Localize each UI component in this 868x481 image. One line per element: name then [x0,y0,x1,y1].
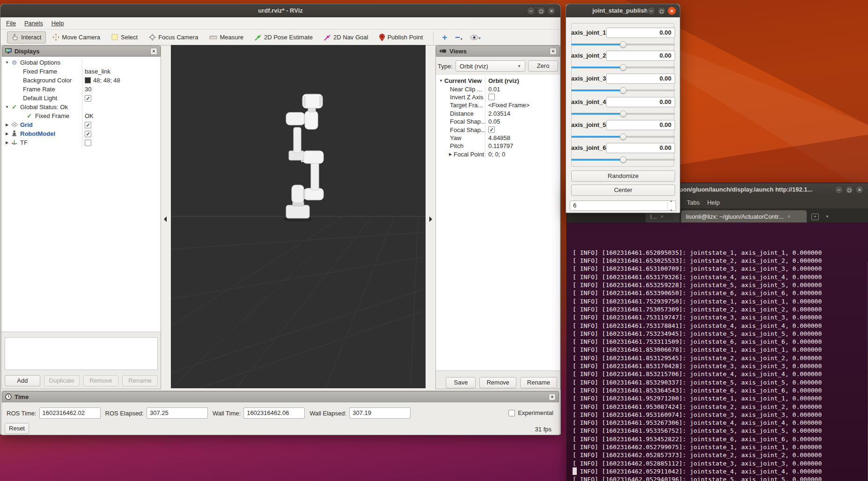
tree-row-status-fixed-frame[interactable]: ✓Fixed Frame OK [2,111,161,120]
expander-closed-icon[interactable]: ▶ [4,123,10,127]
tree-row-focal-shape-fixed[interactable]: Focal Shap... [436,126,560,133]
color-swatch[interactable] [85,77,91,83]
maximize-icon[interactable] [845,185,853,194]
row-value[interactable]: 0.01 [488,86,500,93]
row-value[interactable]: 2.03514 [488,110,510,117]
row-value[interactable]: 30 [85,86,91,93]
checkbox-unchecked[interactable] [488,94,495,100]
joint-count-spinner[interactable]: 6 ▲▼ [570,200,676,211]
rename-button[interactable]: Rename [122,375,158,386]
menu-tabs[interactable]: Tabs [687,199,699,206]
tree-row-default-light[interactable]: Default Light [2,94,161,103]
wall-elapsed-input[interactable]: 307.19 [349,407,411,419]
tree-row-tf[interactable]: ▶ TF [2,138,161,147]
close-icon[interactable] [547,7,556,15]
tree-row-background-color[interactable]: Background Color 48; 48; 48 [2,76,161,85]
close-icon[interactable] [550,48,557,55]
view-type-dropdown[interactable]: Orbit (rviz) ▼ [456,60,525,72]
add-button[interactable]: Add [5,375,40,386]
checkbox-checked[interactable] [85,131,91,137]
move-camera-tool-button[interactable]: Move Camera [48,31,105,44]
tree-row-frame-rate[interactable]: Frame Rate 30 [2,85,161,94]
row-value[interactable]: 0.119797 [488,142,513,149]
focus-camera-tool-button[interactable]: Focus Camera [144,31,203,44]
save-button[interactable]: Save [446,377,476,388]
close-icon[interactable] [549,393,556,400]
rename-button[interactable]: Rename [520,377,557,388]
joint-slider[interactable] [571,156,675,163]
add-tool-button[interactable]: + [439,32,450,43]
ros-elapsed-input[interactable]: 307.25 [147,407,208,419]
close-icon[interactable] [668,7,676,15]
menu-file[interactable]: File [6,20,16,27]
duplicate-button[interactable]: Duplicate [44,375,80,386]
right-panel-collapse-strip[interactable] [426,45,435,388]
menu-help[interactable]: Help [51,20,64,27]
zero-button[interactable]: Zero [528,60,558,72]
tree-row-robotmodel[interactable]: ▶ RobotModel [2,129,161,138]
menu-panels[interactable]: Panels [24,20,43,27]
joint-value-input[interactable]: 0.00 [606,120,675,130]
tree-row-grid[interactable]: ▶ Grid [2,120,161,129]
row-value[interactable]: base_link [85,68,110,75]
views-panel-header[interactable]: Views [436,45,560,57]
row-value[interactable]: 48; 48; 48 [93,77,120,84]
minimize-icon[interactable] [835,185,843,194]
row-value[interactable]: 0; 0; 0 [488,151,505,158]
select-tool-button[interactable]: Select [107,31,142,44]
interact-tool-button[interactable]: Interact [7,31,46,44]
expander-open-icon[interactable]: ▼ [4,105,10,109]
close-icon[interactable] [150,48,157,55]
row-value[interactable]: 4.84858 [488,134,510,141]
left-panel-collapse-strip[interactable] [161,45,171,388]
close-icon[interactable] [855,185,864,194]
expander-open-icon[interactable]: ▼ [438,79,444,83]
checkbox-checked[interactable] [85,95,91,102]
tree-row-pitch[interactable]: Pitch 0.119797 [436,142,560,150]
joint-value-input[interactable]: 0.00 [606,28,675,38]
3d-viewport[interactable] [171,45,426,388]
tree-row-yaw[interactable]: Yaw 4.84858 [436,134,560,142]
joint-value-input[interactable]: 0.00 [606,97,675,107]
joint-slider[interactable] [571,133,675,140]
joint-slider[interactable] [571,41,675,48]
slider-handle[interactable] [620,156,626,163]
row-value[interactable]: 0.05 [488,118,500,125]
tree-row-fixed-frame[interactable]: Fixed Frame base_link [2,67,161,76]
expander-open-icon[interactable]: ▼ [4,60,10,65]
joint-value-input[interactable]: 0.00 [606,51,675,61]
maximize-icon[interactable] [657,7,666,15]
row-value[interactable]: <Fixed Frame> [488,102,530,109]
slider-handle[interactable] [620,133,626,140]
remove-tool-button[interactable]: −▾ [452,32,465,43]
randomize-button[interactable]: Randomize [571,170,675,182]
tab-close-icon[interactable]: × [661,214,663,219]
slider-handle[interactable] [620,41,626,48]
tree-row-current-view[interactable]: ▼Current View Orbit (rviz) [436,77,560,85]
joint-slider[interactable] [571,87,675,94]
expander-closed-icon[interactable]: ▶ [4,132,10,136]
slider-handle[interactable] [620,64,626,71]
nav-goal-tool-button[interactable]: 2D Nav Goal [319,31,373,44]
rviz-titlebar[interactable]: urdf.rviz* - RViz [0,4,560,17]
tree-row-focal-point[interactable]: ▶Focal Point 0; 0; 0 [436,150,560,158]
tree-row-near-clip[interactable]: Near Clip ... 0.01 [436,85,560,93]
remove-button[interactable]: Remove [479,377,516,388]
joint-value-input[interactable]: 0.00 [606,74,675,84]
measure-tool-button[interactable]: Measure [205,31,248,44]
expander-closed-icon[interactable]: ▶ [447,152,454,156]
slider-handle[interactable] [620,111,626,117]
tab-close-icon[interactable]: × [787,214,790,219]
checkbox-checked[interactable] [85,122,91,128]
maximize-icon[interactable] [537,7,545,15]
joint-slider[interactable] [571,64,675,71]
tab-list-chevron-icon[interactable]: ▼ [825,215,829,219]
slider-handle[interactable] [620,87,626,94]
checkbox-checked[interactable] [488,126,495,133]
center-button[interactable]: Center [571,185,675,196]
experimental-checkbox[interactable] [508,410,515,416]
reset-button[interactable]: Reset [5,423,29,434]
tree-row-invert-z[interactable]: Invert Z Axis [436,93,560,101]
tree-row-target-frame[interactable]: Target Fra... <Fixed Frame> [436,101,560,109]
terminal-tab-active[interactable]: lisonli@lizx: ~/gluon/ActuatorContr... × [681,210,807,222]
